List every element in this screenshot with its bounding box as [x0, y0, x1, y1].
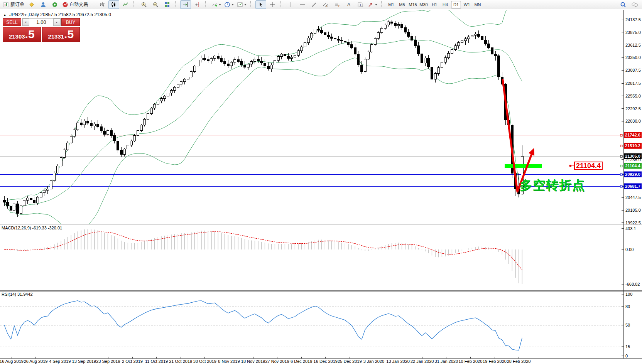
svg-text:3 Jan 2020: 3 Jan 2020 — [363, 359, 384, 364]
zoom-in-button[interactable] — [139, 0, 149, 9]
tab-timeframe-H4[interactable]: H4 — [440, 1, 450, 8]
svg-text:22292.5: 22292.5 — [625, 106, 641, 111]
zoom-in-icon — [141, 2, 147, 8]
bollinger-bands — [4, 0, 522, 233]
metaeditor-button[interactable] — [26, 0, 37, 9]
tab-timeframe-M5[interactable]: M5 — [397, 1, 407, 8]
horizontal-line-button[interactable] — [297, 0, 308, 9]
text-button[interactable]: A — [343, 0, 354, 9]
community-button[interactable] — [38, 0, 49, 9]
candlestick-chart-icon — [111, 2, 117, 8]
svg-text:23612.5: 23612.5 — [625, 43, 641, 47]
buy-price-pips: .5 — [64, 27, 74, 41]
rsi-pane — [0, 301, 623, 351]
templates-button[interactable] — [236, 0, 248, 9]
autotrading-button[interactable]: 自动交易 — [61, 0, 89, 9]
chat-button[interactable] — [629, 0, 640, 9]
template-icon — [237, 2, 243, 8]
buy-button[interactable]: BUY — [61, 18, 80, 26]
one-click-trading-panel: SELL ▼ 1.00 ▲ BUY 21303 .5 21331 .5 — [3, 18, 80, 42]
arrows-button[interactable] — [367, 0, 378, 9]
svg-text:13 Jan 2020: 13 Jan 2020 — [386, 359, 410, 364]
rsi-label: RSI(14) 31.9442 — [2, 292, 33, 297]
toolbar-separator — [175, 1, 178, 8]
bar-chart-button[interactable] — [97, 0, 108, 9]
svg-text:80: 80 — [625, 304, 630, 309]
line-chart-button[interactable] — [120, 0, 131, 9]
zoom-out-button[interactable] — [150, 0, 161, 9]
tab-timeframe-H1[interactable]: H1 — [429, 1, 439, 8]
volume-up-button[interactable]: ▲ — [53, 19, 60, 26]
support-zone-bar — [505, 164, 542, 168]
svg-text:22030.0: 22030.0 — [625, 119, 641, 123]
new-order-button[interactable]: 新订单 — [2, 0, 25, 9]
chevron-down-icon — [375, 4, 377, 5]
crosshair-button[interactable] — [267, 0, 278, 9]
ohlc-readout: 20857.5 21582.5 20672.5 21305.0 — [40, 12, 111, 17]
svg-text:-668.02: -668.02 — [625, 282, 640, 286]
cursor-button[interactable] — [255, 0, 266, 9]
buy-price-figure: 21331 — [48, 33, 64, 40]
tab-timeframe-M15[interactable]: M15 — [408, 1, 418, 8]
svg-text:25 Dec 2019: 25 Dec 2019 — [338, 359, 362, 364]
chart-shift-button[interactable] — [192, 0, 203, 9]
toolbar-separator — [250, 1, 253, 8]
price-pane — [0, 0, 623, 233]
auto-scroll-button[interactable] — [180, 0, 191, 9]
svg-text:2 Oct 2019: 2 Oct 2019 — [122, 359, 143, 364]
buy-price-box[interactable]: 21331 .5 — [42, 27, 80, 42]
autotrading-icon — [62, 2, 68, 8]
volume-value[interactable]: 1.00 — [29, 19, 53, 26]
new-order-label: 新订单 — [10, 1, 24, 8]
svg-text:22817.5: 22817.5 — [625, 81, 641, 86]
indicators-button[interactable] — [210, 0, 222, 9]
tab-timeframe-M30[interactable]: M30 — [419, 1, 429, 8]
svg-text:21742.6: 21742.6 — [625, 133, 640, 137]
chart-shift-icon — [194, 2, 200, 8]
svg-text:16 Aug 2019: 16 Aug 2019 — [0, 359, 24, 364]
tab-timeframe-MN[interactable]: MN — [473, 1, 483, 8]
chat-icon — [631, 2, 638, 8]
tile-windows-button[interactable] — [162, 0, 172, 9]
trend-arrow — [503, 80, 534, 192]
arrow-object-icon — [368, 2, 374, 8]
text-label-button[interactable]: T — [355, 0, 366, 9]
sell-price-box[interactable]: 21303 .5 — [3, 27, 41, 42]
autotrading-label: 自动交易 — [69, 1, 88, 8]
periods-button[interactable] — [223, 0, 235, 9]
svg-text:21 Oct 2019: 21 Oct 2019 — [169, 359, 192, 364]
main-toolbar: 新订单 自动交易 — [0, 0, 642, 9]
tab-timeframe-W1[interactable]: W1 — [462, 1, 472, 8]
svg-text:8 Nov 2019: 8 Nov 2019 — [218, 359, 240, 364]
vertical-line-button[interactable] — [286, 0, 296, 9]
svg-text:F: F — [338, 5, 340, 7]
signals-button[interactable] — [49, 0, 60, 9]
text-icon: A — [346, 2, 352, 8]
volume-down-button[interactable]: ▼ — [22, 19, 29, 26]
turning-point-annotation[interactable]: 多空转折点 — [520, 177, 585, 194]
search-button[interactable] — [618, 0, 628, 9]
tab-timeframe-M1[interactable]: M1 — [386, 1, 396, 8]
svg-text:22 Jan 2020: 22 Jan 2020 — [411, 359, 434, 364]
toolbar-separator — [133, 1, 137, 8]
svg-text:19 Feb 2020: 19 Feb 2020 — [483, 359, 507, 364]
support-price-annotation[interactable]: 21104.4 — [574, 162, 603, 170]
trendline-button[interactable] — [309, 0, 319, 9]
zoom-out-icon — [152, 2, 159, 8]
candlestick-chart-button[interactable] — [108, 0, 119, 9]
chevron-down-icon — [219, 4, 221, 5]
text-label-icon: T — [357, 2, 363, 8]
svg-text:20681.7: 20681.7 — [625, 184, 640, 189]
toolbar-separator — [92, 1, 95, 8]
toolbar-separator — [280, 1, 284, 8]
channel-button[interactable]: E — [320, 0, 331, 9]
macd-label: MACD(12,26,9) -619.33 -320.01 — [2, 226, 62, 230]
sell-button[interactable]: SELL — [3, 18, 21, 26]
toolbar-separator — [381, 1, 384, 8]
svg-text:50: 50 — [625, 323, 630, 327]
tab-timeframe-D1[interactable]: D1 — [451, 1, 461, 8]
collapse-panel-icon[interactable]: ▲ — [3, 13, 7, 17]
volume-stepper: ▼ 1.00 ▲ — [22, 18, 61, 26]
svg-text:20447.5: 20447.5 — [625, 195, 641, 200]
fibonacci-button[interactable]: F — [332, 0, 343, 9]
